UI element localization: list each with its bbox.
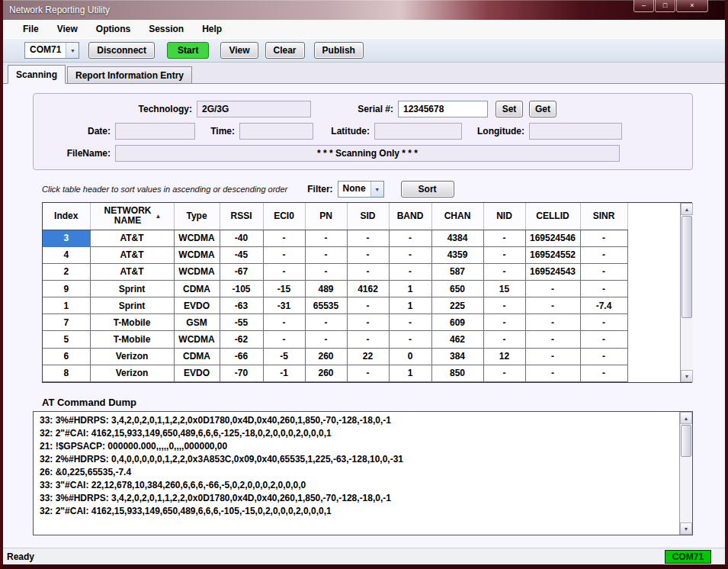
tab-report-information-entry[interactable]: Report Information Entry	[67, 66, 192, 83]
table-cell[interactable]: 1	[43, 297, 90, 314]
tab-scanning[interactable]: Scanning	[8, 65, 66, 84]
table-cell[interactable]: 65535	[305, 297, 347, 314]
start-button[interactable]: Start	[167, 42, 209, 59]
table-cell[interactable]: -	[305, 246, 347, 263]
table-cell[interactable]: -66	[220, 348, 263, 365]
at-dump-text[interactable]: 33: 3%#HDRPS: 3,4,2,0,2,0,1,1,2,2,0x0D17…	[34, 412, 679, 535]
menu-item-session[interactable]: Session	[140, 20, 193, 38]
table-cell[interactable]: -	[263, 263, 305, 280]
table-cell[interactable]: 5	[43, 331, 90, 348]
table-cell[interactable]: CDMA	[174, 348, 220, 365]
table-cell[interactable]: 587	[431, 263, 483, 280]
table-cell[interactable]: 225	[431, 297, 483, 314]
column-header-eci0[interactable]: ECI0	[263, 203, 305, 230]
table-cell[interactable]: -	[347, 314, 389, 331]
table-cell[interactable]: Sprint	[90, 297, 174, 314]
table-cell[interactable]: -	[389, 331, 431, 348]
table-cell[interactable]: -	[263, 331, 305, 348]
table-cell[interactable]: -	[347, 230, 389, 246]
table-cell[interactable]: 169524546	[525, 230, 580, 246]
table-cell[interactable]: -1	[263, 365, 305, 381]
table-cell[interactable]: -31	[263, 297, 305, 314]
table-cell[interactable]: -40	[220, 230, 263, 246]
publish-button[interactable]: Publish	[314, 42, 364, 59]
filter-combobox[interactable]: None ▼	[338, 181, 384, 198]
table-cell[interactable]: -	[483, 314, 525, 331]
table-cell[interactable]: 260	[305, 365, 347, 381]
table-cell[interactable]: -	[580, 246, 627, 263]
table-cell[interactable]: 12	[483, 348, 525, 365]
table-cell[interactable]: 384	[431, 348, 483, 365]
table-cell[interactable]: 7	[43, 314, 90, 331]
table-cell[interactable]: -	[483, 331, 525, 348]
disconnect-button[interactable]: Disconnect	[88, 42, 155, 59]
table-cell[interactable]: -15	[263, 280, 305, 297]
table-cell[interactable]: 260	[305, 348, 347, 365]
table-cell[interactable]: -	[347, 365, 389, 381]
table-cell[interactable]: Verizon	[90, 348, 174, 365]
menu-item-file[interactable]: File	[14, 20, 48, 38]
table-cell[interactable]: 850	[431, 365, 483, 381]
table-cell[interactable]: 169524552	[525, 246, 580, 263]
table-cell[interactable]: 15	[483, 280, 525, 297]
column-header-sid[interactable]: SID	[347, 203, 389, 230]
table-cell[interactable]: -	[483, 365, 525, 381]
table-cell[interactable]: -	[580, 263, 627, 280]
table-cell[interactable]: 3	[43, 230, 90, 246]
table-cell[interactable]: 1	[389, 297, 431, 314]
grid-vertical-scrollbar[interactable]: ▲ ▼	[680, 203, 693, 382]
table-cell[interactable]: -	[263, 314, 305, 331]
table-cell[interactable]: -7.4	[580, 297, 627, 314]
table-cell[interactable]: 650	[431, 280, 483, 297]
table-cell[interactable]: -105	[220, 280, 263, 297]
get-button[interactable]: Get	[529, 101, 556, 117]
table-cell[interactable]: EVDO	[174, 297, 220, 314]
view-button[interactable]: View	[220, 42, 258, 59]
table-cell[interactable]: T-Mobile	[90, 331, 174, 348]
table-cell[interactable]: -	[525, 348, 580, 365]
table-cell[interactable]: -63	[220, 297, 263, 314]
table-cell[interactable]: 8	[43, 365, 90, 381]
scroll-up-icon[interactable]: ▲	[681, 203, 693, 215]
serial-input[interactable]	[398, 101, 488, 117]
menu-item-options[interactable]: Options	[87, 20, 140, 38]
table-cell[interactable]: 1	[389, 280, 431, 297]
table-cell[interactable]: WCDMA	[174, 246, 220, 263]
table-cell[interactable]: -62	[220, 331, 263, 348]
table-cell[interactable]: AT&T	[90, 263, 174, 280]
column-header-nid[interactable]: NID	[483, 203, 525, 230]
table-cell[interactable]: -	[483, 263, 525, 280]
table-cell[interactable]: AT&T	[90, 230, 174, 246]
table-cell[interactable]: -	[580, 230, 627, 246]
table-cell[interactable]: Verizon	[90, 365, 174, 381]
table-cell[interactable]: -	[305, 331, 347, 348]
table-cell[interactable]: 1	[389, 365, 431, 381]
table-cell[interactable]: WCDMA	[174, 263, 220, 280]
table-cell[interactable]: -55	[220, 314, 263, 331]
table-cell[interactable]: -	[389, 246, 431, 263]
table-cell[interactable]: -	[347, 246, 389, 263]
scroll-down-icon[interactable]: ▼	[681, 370, 693, 382]
table-cell[interactable]: Sprint	[90, 280, 174, 297]
column-header-sinr[interactable]: SINR	[580, 203, 627, 230]
table-cell[interactable]: -	[580, 365, 627, 381]
scroll-up-icon[interactable]: ▲	[680, 412, 692, 424]
table-cell[interactable]: -	[347, 263, 389, 280]
clear-button[interactable]: Clear	[265, 42, 305, 59]
table-cell[interactable]: -70	[220, 365, 263, 381]
table-cell[interactable]: -	[580, 348, 627, 365]
table-cell[interactable]: 6	[43, 348, 90, 365]
table-cell[interactable]: GSM	[174, 314, 220, 331]
table-cell[interactable]: -	[389, 263, 431, 280]
table-cell[interactable]: -	[305, 263, 347, 280]
table-cell[interactable]: -	[305, 230, 347, 246]
table-cell[interactable]: EVDO	[174, 365, 220, 381]
table-cell[interactable]: -	[389, 230, 431, 246]
table-cell[interactable]: -	[525, 314, 580, 331]
minimize-button[interactable]: –	[633, 0, 654, 12]
column-header-cellid[interactable]: CELLID	[525, 203, 580, 230]
table-cell[interactable]: 4359	[431, 246, 483, 263]
column-header-band[interactable]: BAND	[389, 203, 431, 230]
table-cell[interactable]: WCDMA	[174, 230, 220, 246]
table-cell[interactable]: -	[347, 331, 389, 348]
